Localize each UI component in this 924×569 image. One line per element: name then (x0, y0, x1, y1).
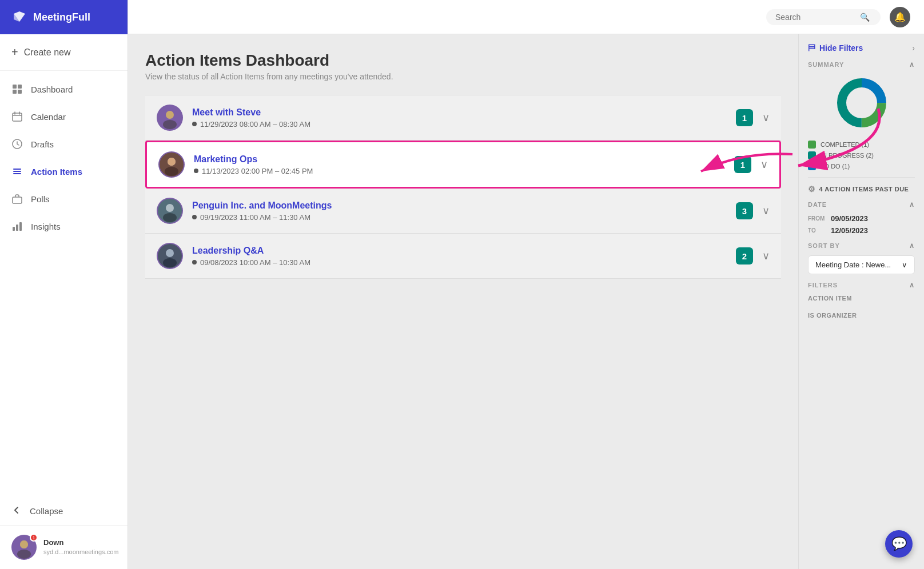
chevron-down-icon[interactable]: ∨ (762, 111, 770, 124)
grid-icon (11, 83, 23, 95)
completed-color (808, 141, 816, 149)
chat-button[interactable]: 💬 (885, 530, 913, 558)
meeting-item-marketing-ops[interactable]: Marketing Ops 11/13/2023 02:00 PM – 02:4… (145, 141, 781, 189)
meeting-info: Penguin Inc. and MoonMeetings 09/19/2023… (192, 201, 727, 222)
meeting-time: 11/13/2023 02:00 PM – 02:45 PM (194, 167, 725, 175)
topbar: 🔍 🔔 (128, 0, 924, 34)
meeting-item-meet-with-steve[interactable]: Meet with Steve 11/29/2023 08:00 AM – 08… (145, 95, 781, 141)
svg-point-22 (166, 204, 174, 212)
meeting-item-penguin-inc[interactable]: Penguin Inc. and MoonMeetings 09/19/2023… (145, 189, 781, 234)
sort-dropdown-icon: ∨ (902, 261, 907, 269)
past-due-info: ⚙ 4 ACTION ITEMS PAST DUE (808, 177, 915, 194)
summary-chevron-icon[interactable]: ∧ (909, 61, 915, 69)
user-email: syd.d...moonmeetings.com (43, 548, 118, 556)
svg-rect-8 (16, 225, 18, 231)
chevron-down-icon[interactable]: ∨ (760, 158, 768, 171)
filters-chevron-icon[interactable]: ∧ (909, 281, 915, 289)
date-chevron-icon[interactable]: ∧ (909, 201, 915, 209)
avatar-wrapper: 1 (11, 535, 37, 560)
from-label: FROM (808, 215, 825, 222)
status-dot (192, 215, 197, 219)
app-name: MeetingFull (33, 11, 90, 23)
meeting-info: Marketing Ops 11/13/2023 02:00 PM – 02:4… (194, 154, 725, 175)
chevron-down-icon[interactable]: ∨ (762, 250, 770, 262)
meeting-item-leadership-qa[interactable]: Leadership Q&A 09/08/2023 10:00 AM – 10:… (145, 234, 781, 279)
legend-todo: TO DO (1) (808, 162, 915, 170)
sidebar-item-label: Drafts (31, 139, 54, 149)
marketing-ops-wrapper: Marketing Ops 11/13/2023 02:00 PM – 02:4… (145, 141, 781, 189)
right-panel: ⛿ Hide Filters › SUMMARY ∧ (798, 34, 924, 569)
meeting-badge: 1 (734, 156, 751, 173)
plus-icon: + (11, 46, 18, 59)
meeting-badge: 1 (736, 109, 753, 126)
bell-icon: 🔔 (894, 11, 906, 22)
collapse-button[interactable]: Collapse (0, 497, 128, 525)
sidebar-item-label: Dashboard (31, 85, 73, 94)
sidebar-item-label: Polls (31, 194, 50, 204)
sort-section: SORT BY ∧ Meeting Date : Newe... ∨ (808, 242, 915, 274)
user-name: Down (43, 538, 118, 548)
filters-header: FILTERS ∧ (808, 281, 915, 289)
past-due-label: 4 ACTION ITEMS PAST DUE (819, 186, 909, 193)
chevron-down-icon[interactable]: ∨ (762, 205, 770, 217)
filter-icon: ⛿ (808, 43, 816, 53)
date-to-row: TO 12/05/2023 (808, 226, 915, 235)
svg-point-25 (166, 249, 174, 257)
briefcase-icon (11, 193, 23, 205)
clock-icon (11, 138, 23, 150)
search-icon: 🔍 (860, 13, 870, 22)
filter-header: ⛿ Hide Filters › (808, 43, 915, 53)
sidebar-item-action-items[interactable]: Action Items (0, 158, 128, 185)
meeting-time: 09/19/2023 11:00 AM – 11:30 AM (192, 213, 727, 222)
meeting-name: Leadership Q&A (192, 246, 727, 256)
list-icon (11, 166, 23, 177)
notification-bell-button[interactable]: 🔔 (890, 7, 910, 27)
content-area: Action Items Dashboard View the status o… (128, 34, 924, 569)
notification-badge: 1 (30, 534, 38, 542)
search-box[interactable]: 🔍 (766, 9, 881, 25)
avatar (157, 105, 183, 131)
meeting-badge: 2 (736, 247, 753, 265)
search-input[interactable] (775, 13, 855, 22)
sidebar-nav: Dashboard Calendar Drafts Action Items P… (0, 71, 128, 497)
status-dot (194, 169, 198, 173)
collapse-icon (11, 505, 22, 517)
page-subtitle: View the status of all Action Items from… (145, 72, 781, 81)
sidebar-item-drafts[interactable]: Drafts (0, 130, 128, 158)
create-new-button[interactable]: + Create new (0, 34, 128, 71)
meeting-name: Marketing Ops (194, 154, 725, 165)
avatar (157, 243, 183, 269)
completed-label: COMPLETED (1) (821, 141, 869, 148)
meeting-time: 11/29/2023 08:00 AM – 08:30 AM (192, 120, 727, 129)
sort-chevron-icon[interactable]: ∧ (909, 242, 915, 250)
action-item-filter-label: ACTION ITEM (808, 295, 915, 302)
to-label: TO (808, 227, 825, 234)
meeting-info: Meet with Steve 11/29/2023 08:00 AM – 08… (192, 107, 727, 129)
meeting-list: Meet with Steve 11/29/2023 08:00 AM – 08… (145, 95, 781, 279)
user-profile[interactable]: 1 Down syd.d...moonmeetings.com (0, 525, 128, 569)
sidebar-item-polls[interactable]: Polls (0, 185, 128, 213)
sidebar-item-dashboard[interactable]: Dashboard (0, 75, 128, 103)
sort-by-label: SORT BY (808, 242, 840, 249)
filter-chevron-icon[interactable]: › (912, 43, 915, 53)
bar-chart-icon (11, 221, 23, 232)
sidebar-item-label: Action Items (31, 167, 82, 177)
main: 🔍 🔔 Action Items Dashboard View the stat… (128, 0, 924, 569)
hide-filters-button[interactable]: ⛿ Hide Filters (808, 43, 863, 53)
in-progress-label: IN PROGRESS (2) (821, 152, 874, 159)
svg-point-26 (163, 258, 177, 267)
sidebar-item-insights[interactable]: Insights (0, 213, 128, 240)
meeting-name: Meet with Steve (192, 107, 727, 118)
todo-color (808, 162, 816, 170)
svg-point-15 (166, 111, 174, 119)
alert-icon: ⚙ (808, 185, 816, 194)
sort-dropdown[interactable]: Meeting Date : Newe... ∨ (808, 255, 915, 274)
sidebar-item-calendar[interactable]: Calendar (0, 103, 128, 130)
hide-filters-label: Hide Filters (819, 43, 863, 53)
sort-value: Meeting Date : Newe... (815, 261, 891, 269)
svg-rect-9 (19, 222, 22, 231)
date-section-header: DATE ∧ (808, 201, 915, 209)
summary-label: SUMMARY (808, 61, 844, 68)
sidebar: MeetingFull + Create new Dashboard Calen… (0, 0, 128, 569)
svg-point-13 (20, 540, 28, 548)
